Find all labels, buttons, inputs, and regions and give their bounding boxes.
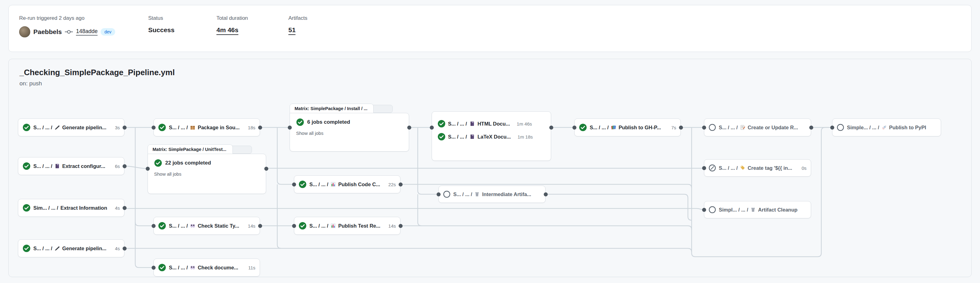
user-name[interactable]: Paebbels	[33, 28, 62, 35]
success-check-icon	[154, 159, 162, 167]
trash-icon	[474, 192, 480, 197]
job-label: Check docume...	[197, 265, 238, 271]
bar-chart-icon	[330, 182, 336, 187]
job-label: Publish to GH-P...	[619, 125, 661, 131]
notebook-icon	[54, 163, 60, 169]
job-check-documentation[interactable]: S... / ... /Check docume...11s	[153, 259, 260, 277]
job-duration: 14s	[245, 223, 255, 229]
job-duration: 4s	[112, 205, 120, 211]
matrix-jobs-count: 6 jobs completed	[307, 119, 350, 125]
avatar[interactable]	[19, 26, 30, 37]
duration-value-link[interactable]: 4m 46s	[216, 26, 239, 35]
job-label: Package in Sou...	[197, 125, 240, 131]
matrix-install-tab[interactable]: Matrix: SimplePackage / Install / ...	[290, 104, 374, 113]
matrix-install-right-port	[407, 126, 411, 130]
group-job-row[interactable]: S... / ... /LaTeX Docu...1m 18s	[438, 133, 545, 141]
job-package-in-source-right-port	[258, 126, 262, 130]
rerun-column: Re-run triggered 2 days ago Paebbels 148…	[19, 14, 115, 37]
job-extract-configurations[interactable]: S... / ... /Extract configur...6s	[18, 157, 124, 175]
success-check-icon	[158, 264, 166, 272]
success-check-icon	[22, 244, 30, 253]
run-summary-card: Re-run triggered 2 days ago Paebbels 148…	[8, 5, 972, 52]
job-generate-pipeline-params-2[interactable]: S... / ... /Generate pipelin...4s	[18, 240, 124, 257]
job-label: Generate pipelin...	[62, 246, 106, 251]
commit-sha-link[interactable]: 148adde	[76, 28, 97, 35]
job-create-tag[interactable]: S... / ... /Create tag '${{ in...0s	[704, 159, 811, 177]
job-publish-code-coverage-right-port	[399, 182, 402, 187]
job-label: Extract configur...	[62, 163, 105, 169]
matrix-unittest-tab[interactable]: Matrix: SimplePackage / UnitTest...	[148, 144, 233, 154]
job-intermediate-artifacts-left-port	[437, 192, 441, 197]
job-extract-information[interactable]: Sim... / ... /Extract Information4s	[18, 199, 124, 217]
job-publish-test-results-left-port	[292, 224, 296, 228]
pending-circle-icon	[443, 190, 450, 198]
job-prefix: S... / ... /	[309, 182, 328, 187]
matrix-unittest[interactable]: 22 jobs completedShow all jobs	[148, 154, 266, 194]
branch-badge[interactable]: dev	[101, 28, 115, 35]
show-all-jobs-link[interactable]: Show all jobs	[154, 171, 260, 177]
job-publish-to-gh-pages[interactable]: S... / ... /Publish to GH-P...7s	[574, 118, 681, 136]
job-generate-pipeline-params-1[interactable]: S... / ... /Generate pipelin...3s	[18, 118, 124, 136]
job-prefix: Simple... / ... /	[847, 125, 879, 131]
workflow-trigger: on: push	[19, 80, 42, 87]
job-create-or-update-release[interactable]: S... / ... /Create or Update R...	[704, 118, 811, 136]
rerun-label: Re-run triggered 2 days ago	[19, 14, 115, 22]
job-prefix: S... / ... /	[169, 125, 188, 131]
bar-chart-icon	[330, 223, 336, 229]
artifacts-count-link[interactable]: 51	[288, 26, 296, 35]
job-duration: 0s	[799, 165, 807, 171]
job-label: Generate pipelin...	[62, 125, 106, 131]
success-check-icon	[299, 222, 307, 230]
job-publish-test-results[interactable]: S... / ... /Publish Test Re...14s	[294, 217, 401, 235]
job-duration: 7s	[669, 125, 676, 130]
matrix-install-left-port	[288, 126, 292, 130]
commit-icon	[65, 29, 73, 34]
status-column: Status Success	[148, 14, 175, 34]
job-label: LaTeX Docu...	[477, 134, 511, 140]
show-all-jobs-link[interactable]: Show all jobs	[296, 131, 402, 136]
job-prefix: Simpl... / ... /	[719, 207, 748, 213]
job-duration: 1m 46s	[514, 121, 532, 126]
job-publish-to-pypi[interactable]: Simple... / ... /Publish to PyPI	[832, 118, 941, 136]
success-check-icon	[299, 180, 307, 189]
job-duration: 11s	[246, 265, 255, 270]
job-duration: 22s	[386, 182, 396, 187]
job-publish-to-gh-pages-left-port	[573, 126, 576, 130]
job-create-or-update-release-right-port	[809, 126, 813, 130]
job-check-documentation-left-port	[151, 266, 156, 270]
status-value: Success	[148, 26, 175, 34]
job-prefix: S... / ... /	[33, 246, 52, 251]
job-package-in-source-left-port	[151, 126, 156, 130]
job-label: Create or Update R...	[748, 125, 798, 131]
pencil-icon	[54, 246, 60, 251]
duration-label: Total duration	[216, 14, 248, 22]
job-duration: 4s	[112, 246, 120, 251]
matrix-install[interactable]: 6 jobs completedShow all jobs	[290, 113, 409, 152]
group-job-row[interactable]: S... / ... /HTML Docu...1m 46s	[438, 120, 545, 128]
group-documentation-left-port	[430, 126, 434, 130]
matrix-tab-stub	[230, 145, 252, 154]
artifacts-column: Artifacts 51	[288, 14, 307, 35]
job-label: HTML Docu...	[477, 121, 510, 127]
job-publish-code-coverage[interactable]: S... / ... /Publish Code C...22s	[294, 175, 401, 193]
job-duration: 3s	[112, 125, 120, 130]
job-prefix: S... / ... /	[448, 121, 467, 127]
success-check-icon	[438, 120, 445, 128]
artifacts-label: Artifacts	[288, 14, 307, 22]
success-check-icon	[579, 123, 587, 131]
job-label: Extract Information	[60, 205, 107, 211]
matrix-tab-stub	[371, 105, 393, 113]
job-artifact-cleanup[interactable]: Simpl... / ... /Artifact Cleanup	[704, 201, 811, 218]
status-label: Status	[148, 14, 175, 22]
job-package-in-source[interactable]: S... / ... /Package in Sou...18s	[153, 118, 260, 136]
job-check-static-typing[interactable]: S... / ... /Check Static Ty...14s	[153, 217, 260, 235]
job-intermediate-artifacts[interactable]: S... / ... /Intermediate Artifa...	[438, 185, 546, 203]
job-prefix: S... / ... /	[169, 265, 188, 271]
job-duration: 1m 18s	[515, 134, 533, 139]
notebook-icon	[469, 134, 475, 139]
success-check-icon	[22, 162, 30, 170]
job-create-or-update-release-left-port	[702, 126, 706, 130]
group-documentation[interactable]: S... / ... /HTML Docu...1m 46sS... / ...…	[432, 111, 551, 161]
job-label: Publish to PyPI	[889, 125, 926, 131]
job-generate-pipeline-params-2-right-port	[123, 246, 127, 251]
